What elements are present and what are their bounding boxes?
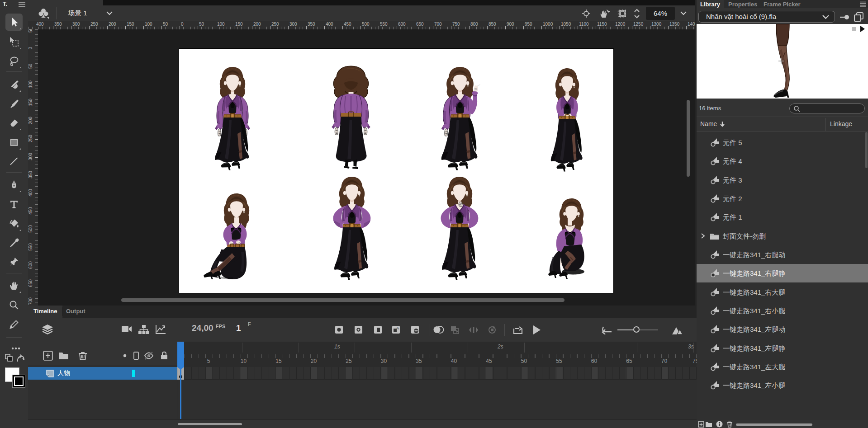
- svg-text:A: A: [396, 326, 399, 330]
